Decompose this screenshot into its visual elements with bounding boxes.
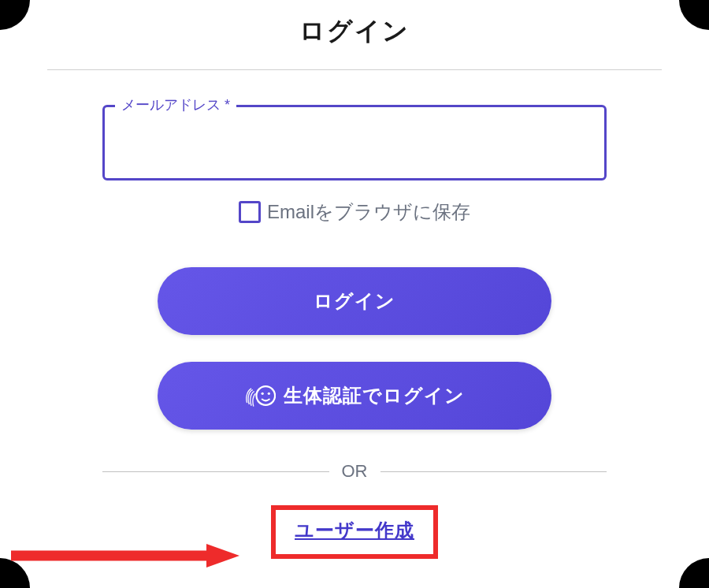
- login-dialog: ログイン メールアドレス * Emailをブラウザに保存 ログイン: [0, 0, 709, 559]
- svg-point-2: [268, 393, 270, 395]
- login-button[interactable]: ログイン: [158, 267, 551, 335]
- or-divider: OR: [102, 461, 607, 482]
- email-field-label: メールアドレス *: [115, 95, 236, 114]
- biometric-login-button[interactable]: 生体認証でログイン: [158, 362, 551, 430]
- fingerprint-face-icon: [244, 380, 276, 411]
- or-text: OR: [342, 461, 368, 482]
- divider-line: [102, 471, 329, 472]
- email-field-wrapper: メールアドレス *: [102, 105, 607, 180]
- corner-decoration: [0, 558, 30, 588]
- email-field[interactable]: [102, 105, 607, 180]
- save-email-checkbox[interactable]: [239, 201, 261, 223]
- create-user-wrapper: ユーザー作成: [271, 505, 438, 559]
- highlight-annotation: ユーザー作成: [271, 505, 438, 559]
- divider-line: [380, 471, 607, 472]
- create-user-link[interactable]: ユーザー作成: [295, 519, 414, 541]
- biometric-button-label: 生体認証でログイン: [284, 383, 465, 408]
- login-form: メールアドレス * Emailをブラウザに保存 ログイン: [102, 105, 607, 559]
- save-email-label: Emailをブラウザに保存: [267, 199, 470, 225]
- svg-point-0: [256, 386, 275, 405]
- save-email-row: Emailをブラウザに保存: [239, 199, 470, 225]
- page-title: ログイン: [299, 14, 410, 49]
- title-divider: [47, 69, 662, 70]
- login-button-label: ログイン: [314, 288, 395, 314]
- corner-decoration: [679, 558, 709, 588]
- svg-point-1: [262, 393, 264, 395]
